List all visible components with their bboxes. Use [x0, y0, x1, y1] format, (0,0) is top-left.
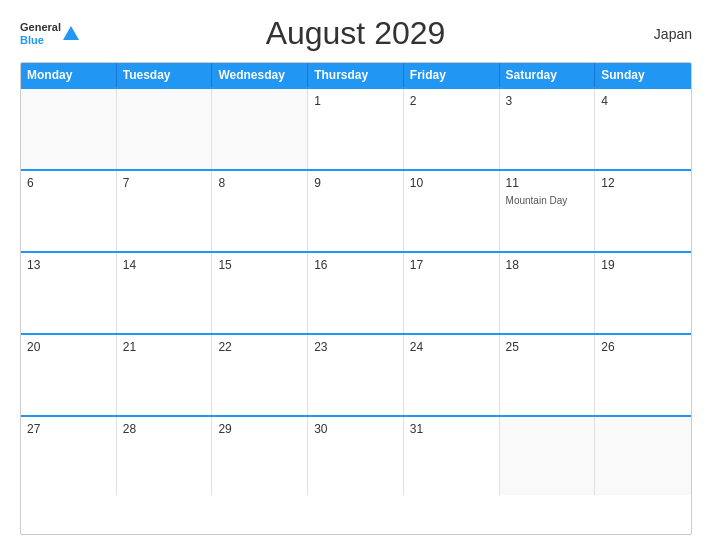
week-3: 13 14 15 16 17 18 19 [21, 251, 691, 333]
cell-aug-23: 23 [308, 335, 404, 415]
cell-aug-30: 30 [308, 417, 404, 495]
cell-aug-4: 4 [595, 89, 691, 169]
cell-empty-1 [21, 89, 117, 169]
cell-aug-24: 24 [404, 335, 500, 415]
cell-aug-20: 20 [21, 335, 117, 415]
cell-aug-26: 26 [595, 335, 691, 415]
header-tuesday: Tuesday [117, 63, 213, 87]
cell-aug-7: 7 [117, 171, 213, 251]
header-saturday: Saturday [500, 63, 596, 87]
cell-aug-2: 2 [404, 89, 500, 169]
cell-empty-end-1 [500, 417, 596, 495]
cell-aug-1: 1 [308, 89, 404, 169]
cell-aug-11: 11 Mountain Day [500, 171, 596, 251]
header-monday: Monday [21, 63, 117, 87]
week-1: 1 2 3 4 [21, 87, 691, 169]
cell-aug-9: 9 [308, 171, 404, 251]
page: General Blue August 2029 Japan Monday Tu… [0, 0, 712, 550]
cell-aug-25: 25 [500, 335, 596, 415]
header-friday: Friday [404, 63, 500, 87]
cell-aug-14: 14 [117, 253, 213, 333]
week-4: 20 21 22 23 24 25 26 [21, 333, 691, 415]
logo-text: General Blue [20, 21, 61, 45]
cell-aug-27: 27 [21, 417, 117, 495]
cell-aug-17: 17 [404, 253, 500, 333]
cell-aug-19: 19 [595, 253, 691, 333]
cell-aug-22: 22 [212, 335, 308, 415]
cell-aug-6: 6 [21, 171, 117, 251]
calendar: Monday Tuesday Wednesday Thursday Friday… [20, 62, 692, 535]
cell-aug-3: 3 [500, 89, 596, 169]
logo-triangle-icon [63, 26, 79, 40]
header-thursday: Thursday [308, 63, 404, 87]
header-sunday: Sunday [595, 63, 691, 87]
logo-blue-text: Blue [20, 34, 61, 46]
cell-aug-13: 13 [21, 253, 117, 333]
cell-aug-18: 18 [500, 253, 596, 333]
page-title: August 2029 [79, 15, 632, 52]
week-2: 6 7 8 9 10 11 Mountain Day [21, 169, 691, 251]
cell-empty-3 [212, 89, 308, 169]
cell-aug-15: 15 [212, 253, 308, 333]
country-label: Japan [632, 26, 692, 42]
cell-aug-29: 29 [212, 417, 308, 495]
logo: General Blue [20, 21, 79, 45]
cell-empty-2 [117, 89, 213, 169]
cell-aug-21: 21 [117, 335, 213, 415]
cell-aug-31: 31 [404, 417, 500, 495]
cell-aug-8: 8 [212, 171, 308, 251]
cell-aug-28: 28 [117, 417, 213, 495]
cell-aug-10: 10 [404, 171, 500, 251]
cell-aug-16: 16 [308, 253, 404, 333]
cell-empty-end-2 [595, 417, 691, 495]
header: General Blue August 2029 Japan [20, 15, 692, 52]
calendar-header: Monday Tuesday Wednesday Thursday Friday… [21, 63, 691, 87]
cell-aug-12: 12 [595, 171, 691, 251]
calendar-body: 1 2 3 4 6 7 [21, 87, 691, 495]
week-5: 27 28 29 30 31 [21, 415, 691, 495]
header-wednesday: Wednesday [212, 63, 308, 87]
logo-general-text: General [20, 21, 61, 33]
